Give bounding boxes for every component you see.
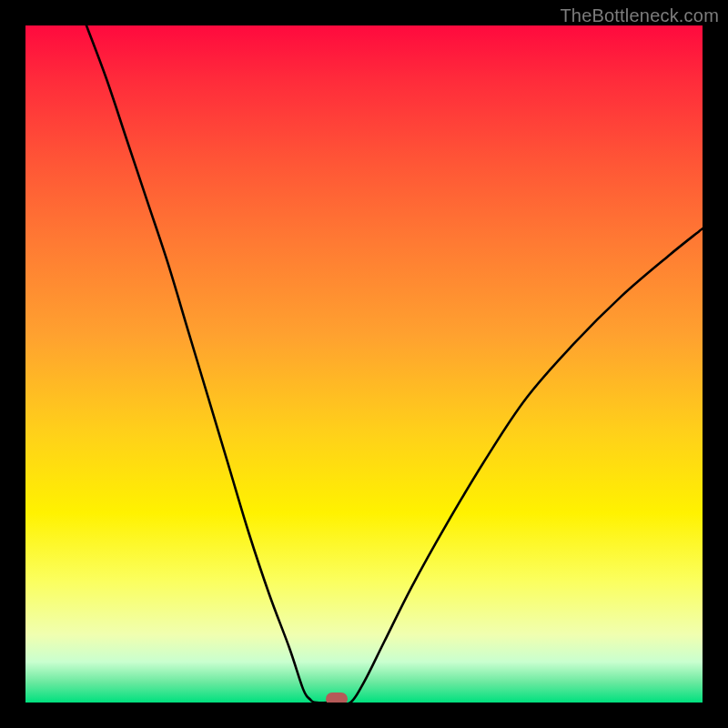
chart-stage: TheBottleneck.com xyxy=(0,0,728,728)
bottleneck-curve xyxy=(86,25,703,703)
minimum-marker xyxy=(326,693,348,703)
watermark-text: TheBottleneck.com xyxy=(560,5,719,26)
curve-layer xyxy=(25,25,703,703)
plot-area xyxy=(25,25,703,703)
